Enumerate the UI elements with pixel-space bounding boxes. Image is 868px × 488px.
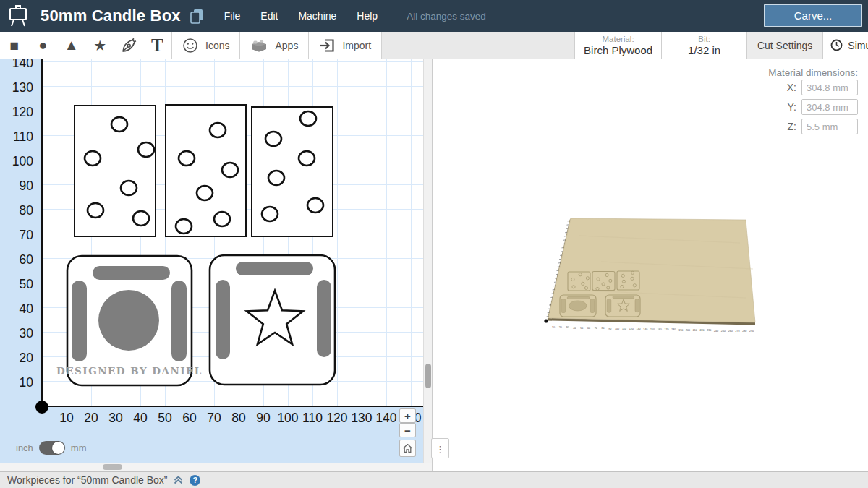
hole[interactable] [222, 163, 238, 177]
svg-text:250: 250 [721, 330, 726, 333]
home-view-button[interactable] [399, 440, 416, 457]
dimension-row: X: [787, 80, 858, 95]
hole[interactable] [197, 186, 213, 200]
svg-text:120: 120 [629, 328, 634, 330]
engraved-bar[interactable] [72, 281, 87, 361]
hole[interactable] [210, 123, 226, 137]
clock-icon [830, 39, 843, 51]
dimension-input-x[interactable] [801, 80, 858, 95]
hole[interactable] [88, 203, 103, 218]
svg-text:80: 80 [602, 327, 605, 330]
import-button[interactable]: Import [309, 32, 381, 59]
y-ruler-label: 50 [1, 277, 33, 292]
svg-text:70: 70 [595, 327, 597, 330]
workpiece-lid[interactable] [210, 255, 335, 385]
menu-item-help[interactable]: Help [346, 0, 388, 32]
workpiece-panel[interactable] [75, 106, 156, 236]
hole[interactable] [265, 132, 281, 146]
svg-text:220: 220 [700, 329, 705, 332]
vertical-scrollbar[interactable] [423, 59, 432, 463]
toolbar-filler [382, 32, 574, 59]
text-tool-icon[interactable]: T [143, 32, 172, 59]
panel-options-button[interactable]: ⋮ [431, 438, 449, 458]
simulate-button[interactable]: Simulate [822, 32, 868, 59]
pen-tool-icon[interactable] [114, 32, 143, 59]
svg-text:60: 60 [587, 327, 590, 330]
carve-button[interactable]: Carve... [764, 4, 862, 27]
hole[interactable] [307, 198, 323, 213]
preview-3d[interactable]: 1020304050607080901001101201301401501601… [536, 211, 767, 335]
origin-marker[interactable] [35, 401, 48, 414]
menu-item-machine[interactable]: Machine [288, 0, 346, 32]
svg-text:230: 230 [707, 329, 711, 332]
save-status: All changes saved [407, 11, 486, 22]
engraved-text[interactable]: DESIGNED BY DANIEL [56, 365, 203, 377]
svg-text:270: 270 [735, 330, 739, 333]
design-canvas[interactable]: DESIGNED BY DANIEL 140130120110100908070… [0, 59, 432, 463]
svg-text:160: 160 [658, 328, 662, 331]
bit-selector[interactable]: Bit: 1/32 in [661, 32, 746, 59]
hole[interactable] [299, 151, 315, 166]
star-tool-icon[interactable]: ★ [86, 32, 115, 59]
menu-item-file[interactable]: File [214, 0, 251, 32]
engraved-bar[interactable] [236, 262, 313, 275]
vertical-scrollbar-thumb[interactable] [425, 364, 431, 388]
menu-item-edit[interactable]: Edit [250, 0, 288, 32]
engraved-bar[interactable] [93, 266, 170, 280]
hole[interactable] [262, 207, 278, 221]
engraved-circle[interactable] [98, 290, 159, 351]
zoom-out-button[interactable]: − [399, 423, 416, 437]
svg-text:150: 150 [650, 328, 655, 331]
engraved-bar[interactable] [171, 281, 187, 361]
menu-bar: FileEditMachineHelp [214, 0, 388, 32]
duplicate-project-icon[interactable] [188, 7, 205, 25]
units-toggle-row: inch mm [16, 441, 87, 455]
workpieces-label: Workpieces for “50mm Candle Box” [7, 474, 167, 486]
y-ruler-label: 80 [1, 203, 33, 218]
y-ruler-label: 120 [1, 105, 33, 120]
circle-tool-icon[interactable]: ● [29, 32, 58, 59]
easel-logo-icon[interactable] [9, 5, 27, 27]
dimension-label: X: [787, 82, 796, 93]
hole[interactable] [214, 212, 230, 226]
help-icon[interactable]: ? [190, 475, 200, 486]
material-value: Birch Plywood [584, 44, 652, 56]
triangle-tool-icon[interactable]: ▲ [57, 32, 86, 59]
icons-button[interactable]: Icons [172, 32, 239, 59]
collapse-chevrons-icon[interactable] [174, 476, 183, 484]
workpiece-panel[interactable] [166, 105, 246, 236]
workpiece-panel[interactable] [252, 107, 333, 236]
cut-settings-button[interactable]: Cut Settings [746, 32, 822, 59]
home-icon [403, 444, 412, 453]
dimension-input-z[interactable] [801, 119, 858, 134]
square-tool-icon[interactable]: ■ [0, 32, 29, 59]
svg-text:140: 140 [643, 328, 647, 331]
hole[interactable] [179, 151, 195, 166]
horizontal-scrollbar-thumb[interactable] [103, 464, 122, 470]
zoom-in-button[interactable]: + [399, 408, 416, 423]
hole[interactable] [176, 219, 192, 234]
engraved-bar[interactable] [317, 280, 331, 357]
hole[interactable] [300, 111, 316, 126]
svg-text:180: 180 [671, 328, 676, 331]
horizontal-scrollbar[interactable] [0, 463, 432, 471]
hole[interactable] [111, 117, 127, 132]
svg-text:110: 110 [622, 328, 626, 330]
workpiece-lid[interactable]: DESIGNED BY DANIEL [56, 256, 203, 385]
import-icon [319, 38, 335, 53]
hole[interactable] [85, 151, 101, 166]
apps-button[interactable]: Apps [240, 32, 308, 59]
hole[interactable] [138, 142, 154, 157]
hole[interactable] [121, 181, 137, 195]
hole[interactable] [268, 171, 284, 185]
dimension-input-y[interactable] [801, 99, 858, 115]
svg-text:40: 40 [573, 327, 576, 330]
toggle-knob [52, 442, 64, 454]
material-selector[interactable]: Material: Birch Plywood [574, 32, 661, 59]
units-toggle[interactable] [39, 441, 65, 455]
dimension-label: Z: [788, 121, 796, 132]
hole[interactable] [133, 211, 149, 226]
svg-text:10: 10 [552, 326, 555, 329]
engraved-bar[interactable] [216, 280, 230, 359]
shape-tools: ■ ● ▲ ★ T [0, 32, 171, 59]
